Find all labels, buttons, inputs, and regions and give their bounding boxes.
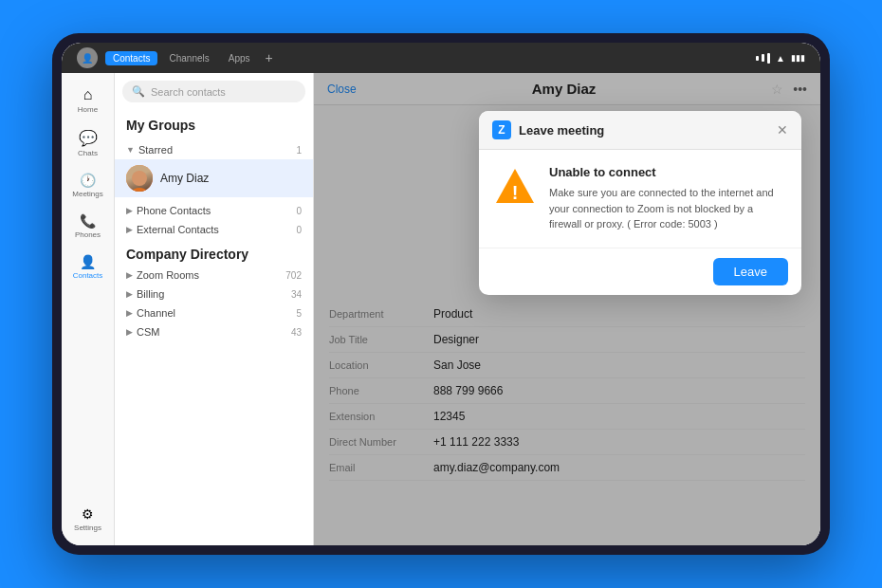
tab-contacts[interactable]: Contacts	[105, 51, 157, 65]
external-contacts-chevron: ▶	[126, 225, 133, 234]
sidebar-item-meetings[interactable]: 🕐 Meetings	[62, 167, 114, 204]
user-avatar: 👤	[77, 47, 98, 68]
main-content: ⌂ Home 💬 Chats 🕐 Meetings 📞 Phones 👤	[62, 73, 820, 545]
contact-panel: 🔍 Search contacts My Groups ▼ Starred 1	[115, 73, 314, 545]
phones-label: Phones	[75, 230, 101, 239]
wifi-icon: ▲	[776, 53, 785, 64]
external-contacts-item[interactable]: ▶ External Contacts 0	[115, 220, 313, 239]
modal-header: Z Leave meeting ✕	[479, 111, 801, 150]
sidebar-item-home[interactable]: ⌂ Home	[62, 81, 114, 119]
my-groups-header: My Groups	[115, 110, 313, 137]
channel-chevron: ▶	[126, 308, 133, 318]
search-placeholder: Search contacts	[151, 86, 226, 98]
starred-section: ▼ Starred 1 Amy Diaz	[115, 137, 313, 201]
modal-footer: Leave	[479, 248, 801, 295]
chats-icon: 💬	[79, 129, 98, 147]
settings-icon: ⚙	[82, 506, 94, 522]
home-label: Home	[78, 105, 98, 114]
meetings-label: Meetings	[72, 190, 102, 198]
top-bar-left: 👤 Contacts Channels Apps +	[77, 47, 273, 68]
csm-count: 43	[291, 327, 302, 338]
signal-bar-3	[767, 53, 770, 64]
modal-body: ! Unable to connect Make sure you are co…	[479, 150, 801, 248]
channel-item[interactable]: ▶ Channel 5	[115, 303, 313, 322]
sidebar-icons: ⌂ Home 💬 Chats 🕐 Meetings 📞 Phones 👤	[62, 73, 115, 545]
starred-label: Starred	[138, 144, 173, 156]
top-tabs: Contacts Channels Apps	[105, 51, 258, 65]
search-icon: 🔍	[132, 85, 145, 98]
sidebar-item-settings[interactable]: ⚙ Settings	[62, 501, 114, 538]
chats-label: Chats	[78, 149, 98, 157]
detail-panel: Close Amy Diaz ☆ •••	[314, 73, 820, 545]
warning-icon: !	[494, 165, 536, 207]
tab-channels[interactable]: Channels	[161, 51, 216, 65]
tablet-screen: 👤 Contacts Channels Apps + ▲ ▮▮▮	[62, 43, 820, 545]
channel-label: Channel	[137, 307, 175, 319]
signal-bar-1	[756, 56, 759, 61]
contact-amy-diaz[interactable]: Amy Diaz	[115, 159, 313, 197]
tab-apps[interactable]: Apps	[221, 51, 258, 65]
zoom-rooms-label: Zoom Rooms	[137, 269, 199, 281]
sidebar-item-contacts[interactable]: 👤 Contacts	[62, 248, 114, 285]
top-bar-right: ▲ ▮▮▮	[756, 53, 805, 64]
contacts-label: Contacts	[73, 271, 103, 280]
warning-triangle-svg: !	[494, 165, 536, 207]
phone-contacts-label: Phone Contacts	[137, 205, 211, 216]
csm-item[interactable]: ▶ CSM 43	[115, 322, 313, 341]
billing-chevron: ▶	[126, 289, 133, 299]
modal-overlay: Z Leave meeting ✕ !	[314, 73, 820, 545]
contacts-icon: 👤	[80, 254, 96, 269]
billing-count: 34	[291, 289, 302, 300]
modal-text-block: Unable to connect Make sure you are conn…	[549, 165, 786, 232]
home-icon: ⌂	[83, 86, 93, 103]
contact-name: Amy Diaz	[160, 172, 209, 185]
csm-label: CSM	[137, 326, 159, 338]
leave-meeting-dialog: Z Leave meeting ✕ !	[479, 111, 801, 295]
external-contacts-label: External Contacts	[137, 224, 219, 235]
phone-contacts-item[interactable]: ▶ Phone Contacts 0	[115, 201, 313, 220]
svg-text:!: !	[512, 182, 519, 203]
modal-error-title: Unable to connect	[549, 165, 786, 179]
billing-label: Billing	[137, 288, 164, 300]
modal-error-desc: Make sure you are connected to the inter…	[549, 185, 786, 232]
search-box[interactable]: 🔍 Search contacts	[122, 81, 305, 102]
starred-header[interactable]: ▼ Starred 1	[115, 140, 313, 159]
zoom-logo: Z	[492, 120, 511, 139]
company-directory-header: Company Directory	[115, 239, 313, 266]
amy-avatar	[126, 165, 153, 192]
csm-chevron: ▶	[126, 327, 133, 337]
modal-title: Leave meeting	[519, 123, 604, 138]
zoom-rooms-chevron: ▶	[126, 270, 133, 280]
external-contacts-count: 0	[296, 225, 302, 235]
tablet-frame: 👤 Contacts Channels Apps + ▲ ▮▮▮	[52, 33, 830, 555]
meetings-icon: 🕐	[80, 173, 96, 188]
zoom-z: Z	[498, 123, 505, 137]
modal-title-row: Z Leave meeting	[492, 120, 604, 139]
leave-button[interactable]: Leave	[713, 258, 788, 285]
channel-count: 5	[296, 308, 302, 319]
signal-bar-2	[762, 54, 764, 62]
modal-close-button[interactable]: ✕	[777, 122, 788, 138]
starred-count: 1	[296, 145, 302, 156]
add-button[interactable]: +	[266, 50, 273, 65]
battery-icon: ▮▮▮	[791, 53, 805, 63]
zoom-rooms-count: 702	[285, 270, 302, 281]
zoom-rooms-item[interactable]: ▶ Zoom Rooms 702	[115, 266, 313, 285]
billing-item[interactable]: ▶ Billing 34	[115, 285, 313, 303]
settings-label: Settings	[74, 524, 101, 532]
phones-icon: 📞	[80, 213, 96, 229]
starred-chevron: ▼	[126, 145, 135, 155]
sidebar-item-chats[interactable]: 💬 Chats	[62, 123, 114, 163]
phone-contacts-chevron: ▶	[126, 206, 133, 215]
sidebar-item-phones[interactable]: 📞 Phones	[62, 208, 114, 245]
signal-icons	[756, 53, 770, 64]
top-bar: 👤 Contacts Channels Apps + ▲ ▮▮▮	[62, 43, 820, 73]
phone-contacts-count: 0	[296, 206, 302, 216]
